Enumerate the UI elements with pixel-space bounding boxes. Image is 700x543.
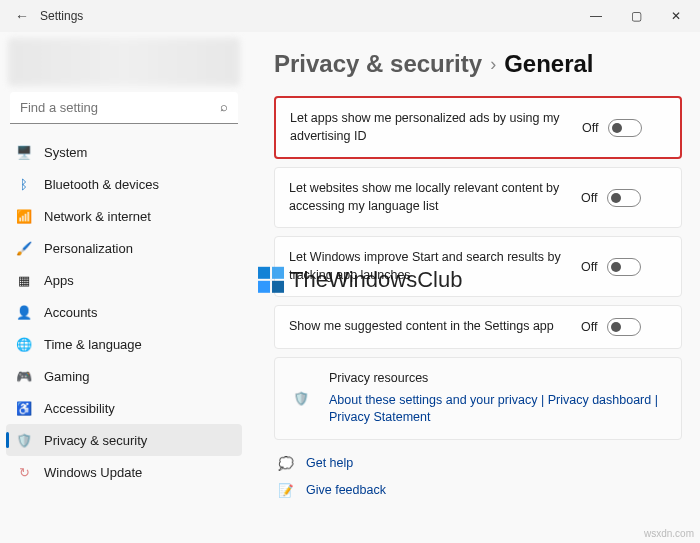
link-privacy-dashboard[interactable]: Privacy dashboard <box>548 393 652 407</box>
link-privacy-statement[interactable]: Privacy Statement <box>329 410 430 424</box>
resources-title: Privacy resources <box>329 370 667 388</box>
system-icon: 🖥️ <box>16 144 32 160</box>
get-help-link[interactable]: Get help <box>306 456 353 470</box>
back-button[interactable]: ← <box>10 8 34 24</box>
setting-label: Show me suggested content in the Setting… <box>289 318 569 336</box>
shield-icon: 🛡️ <box>16 432 32 448</box>
sidebar-item-bluetooth[interactable]: ᛒBluetooth & devices <box>6 168 242 200</box>
sidebar-item-personalization[interactable]: 🖌️Personalization <box>6 232 242 264</box>
update-icon: ↻ <box>16 464 32 480</box>
toggle-state: Off <box>581 320 597 334</box>
accessibility-icon: ♿ <box>16 400 32 416</box>
sidebar-item-label: System <box>44 145 87 160</box>
page-title: General <box>504 50 593 78</box>
main-panel: Privacy & security › General Let apps sh… <box>248 32 700 543</box>
feedback-row: 📝 Give feedback <box>274 475 682 502</box>
toggle-switch[interactable] <box>608 119 642 137</box>
apps-icon: ▦ <box>16 272 32 288</box>
gaming-icon: 🎮 <box>16 368 32 384</box>
shield-icon: 🛡️ <box>289 386 313 410</box>
help-row: 💭 Get help <box>274 448 682 475</box>
setting-app-launches: Let Windows improve Start and search res… <box>274 236 682 297</box>
sidebar-item-apps[interactable]: ▦Apps <box>6 264 242 296</box>
toggle-state: Off <box>581 260 597 274</box>
link-about-privacy[interactable]: About these settings and your privacy <box>329 393 537 407</box>
toggle-state: Off <box>581 191 597 205</box>
accounts-icon: 👤 <box>16 304 32 320</box>
sidebar-item-system[interactable]: 🖥️System <box>6 136 242 168</box>
toggle-switch[interactable] <box>607 318 641 336</box>
window-title: Settings <box>40 9 576 23</box>
setting-advertising-id: Let apps show me personalized ads by usi… <box>274 96 682 159</box>
sidebar-item-label: Gaming <box>44 369 90 384</box>
bluetooth-icon: ᛒ <box>16 176 32 192</box>
sidebar-item-privacy[interactable]: 🛡️Privacy & security <box>6 424 242 456</box>
setting-label: Let websites show me locally relevant co… <box>289 180 569 215</box>
sidebar-item-label: Bluetooth & devices <box>44 177 159 192</box>
sidebar-item-label: Personalization <box>44 241 133 256</box>
maximize-button[interactable]: ▢ <box>616 0 656 32</box>
sidebar-item-label: Windows Update <box>44 465 142 480</box>
titlebar: ← Settings — ▢ ✕ <box>0 0 700 32</box>
sidebar-item-label: Time & language <box>44 337 142 352</box>
sidebar-item-accessibility[interactable]: ♿Accessibility <box>6 392 242 424</box>
close-button[interactable]: ✕ <box>656 0 696 32</box>
sidebar-item-network[interactable]: 📶Network & internet <box>6 200 242 232</box>
sidebar-item-accounts[interactable]: 👤Accounts <box>6 296 242 328</box>
sidebar-item-label: Network & internet <box>44 209 151 224</box>
setting-label: Let apps show me personalized ads by usi… <box>290 110 570 145</box>
search-input[interactable] <box>10 92 238 124</box>
feedback-icon: 📝 <box>278 483 294 498</box>
sidebar-item-label: Apps <box>44 273 74 288</box>
sidebar-item-time[interactable]: 🌐Time & language <box>6 328 242 360</box>
toggle-state: Off <box>582 121 598 135</box>
breadcrumb: Privacy & security › General <box>274 50 682 78</box>
help-icon: 💭 <box>278 456 294 471</box>
breadcrumb-parent[interactable]: Privacy & security <box>274 50 482 78</box>
search-icon: ⌕ <box>220 99 228 114</box>
setting-label: Let Windows improve Start and search res… <box>289 249 569 284</box>
give-feedback-link[interactable]: Give feedback <box>306 483 386 497</box>
corner-link: wsxdn.com <box>644 528 694 539</box>
sidebar-item-update[interactable]: ↻Windows Update <box>6 456 242 488</box>
sidebar-item-gaming[interactable]: 🎮Gaming <box>6 360 242 392</box>
profile-block[interactable] <box>8 38 240 86</box>
sidebar-item-label: Privacy & security <box>44 433 147 448</box>
toggle-switch[interactable] <box>607 189 641 207</box>
privacy-resources: 🛡️ Privacy resources About these setting… <box>274 357 682 440</box>
minimize-button[interactable]: — <box>576 0 616 32</box>
sidebar-item-label: Accounts <box>44 305 97 320</box>
chevron-right-icon: › <box>490 54 496 75</box>
window-controls: — ▢ ✕ <box>576 0 696 32</box>
setting-suggested-content: Show me suggested content in the Setting… <box>274 305 682 349</box>
setting-language-list: Let websites show me locally relevant co… <box>274 167 682 228</box>
clock-icon: 🌐 <box>16 336 32 352</box>
wifi-icon: 📶 <box>16 208 32 224</box>
brush-icon: 🖌️ <box>16 240 32 256</box>
sidebar: ⌕ 🖥️System ᛒBluetooth & devices 📶Network… <box>0 32 248 543</box>
toggle-switch[interactable] <box>607 258 641 276</box>
nav-list: 🖥️System ᛒBluetooth & devices 📶Network &… <box>0 136 248 488</box>
sidebar-item-label: Accessibility <box>44 401 115 416</box>
